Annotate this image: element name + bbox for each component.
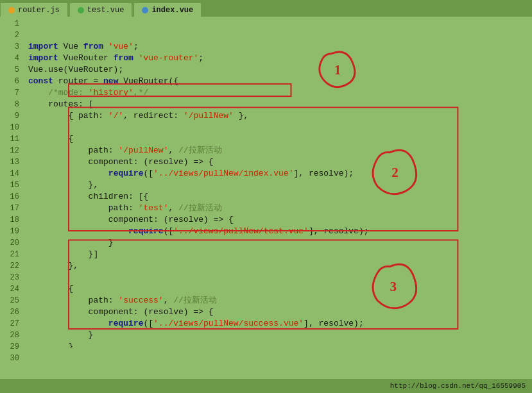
tab-index-vue[interactable]: index.vue: [133, 3, 202, 17]
code-line: [28, 122, 527, 133]
line-number: 14: [4, 168, 19, 180]
code-line: children: [{: [28, 191, 527, 203]
line-number: 26: [4, 306, 19, 318]
line-number: 18: [4, 214, 19, 226]
line-number: 30: [4, 353, 19, 364]
code-line: require(['../views/pullNew/index.vue'], …: [28, 168, 527, 180]
code-line: import Vue from 'vue';: [28, 41, 527, 53]
code-line: routes: [: [28, 99, 527, 110]
code-line: require(['../views/pullNew/test.vue'], r…: [28, 226, 527, 237]
tab-label-router: router.js: [18, 6, 60, 15]
code-line: import VueRouter from 'vue-router';: [28, 53, 527, 64]
tab-label-test: test.vue: [87, 6, 124, 15]
line-numbers: 1234567891011121314151617181920212223242…: [0, 17, 23, 348]
tab-icon-router: [8, 7, 15, 13]
code-line: }: [28, 330, 527, 341]
code-line: component: (resolve) => {: [28, 306, 527, 318]
tab-icon-index: [142, 7, 148, 13]
line-number: 7: [4, 87, 19, 99]
line-number: 13: [4, 156, 19, 168]
line-number: 15: [4, 180, 19, 191]
code-line: component: (resolve) => {: [28, 214, 527, 226]
line-number: 21: [4, 249, 19, 260]
tab-test-vue[interactable]: test.vue: [69, 3, 133, 17]
line-number: 11: [4, 133, 19, 145]
editor-area: 1234567891011121314151617181920212223242…: [0, 17, 532, 348]
code-line: path: 'test', //拉新活动: [28, 203, 527, 214]
line-number: 17: [4, 203, 19, 214]
code-line: [28, 272, 527, 283]
code-line: const router = new VueRouter({: [28, 76, 527, 87]
code-line: path: '/pullNew', //拉新活动: [28, 145, 527, 156]
line-number: 27: [4, 318, 19, 330]
line-number: 25: [4, 295, 19, 306]
line-number: 20: [4, 237, 19, 249]
code-line: path: 'success', //拉新活动: [28, 295, 527, 306]
line-number: 16: [4, 191, 19, 203]
line-number: 6: [4, 76, 19, 87]
line-number: 2: [4, 29, 19, 41]
code-line: component: (resolve) => {: [28, 156, 527, 168]
line-number: 28: [4, 330, 19, 341]
editor-wrapper: 1234567891011121314151617181920212223242…: [0, 17, 532, 379]
line-number: 23: [4, 272, 19, 283]
line-number: 4: [4, 53, 19, 64]
code-line: require(['../views/pullNew/success.vue']…: [28, 318, 527, 330]
line-number: 12: [4, 145, 19, 156]
tab-router-js[interactable]: router.js: [0, 3, 68, 17]
line-number: 3: [4, 41, 19, 53]
code-line: { path: '/', redirect: '/pullNew' },: [28, 110, 527, 122]
code-content[interactable]: import Vue from 'vue';import VueRouter f…: [23, 17, 532, 348]
code-line: Vue.use(VueRouter);: [28, 64, 527, 76]
code-line: {: [28, 133, 527, 145]
line-number: 8: [4, 99, 19, 110]
status-url: http://blog.csdn.net/qq_16559905: [390, 382, 526, 390]
code-line: },: [28, 180, 527, 191]
code-line: }]: [28, 249, 527, 260]
code-line: }: [28, 341, 527, 348]
line-number: 22: [4, 260, 19, 272]
line-number: 1: [4, 18, 19, 29]
tab-label-index: index.vue: [151, 6, 193, 15]
tab-icon-test: [78, 7, 84, 13]
code-line: }: [28, 237, 527, 249]
line-number: 10: [4, 122, 19, 133]
status-bar: http://blog.csdn.net/qq_16559905: [0, 379, 532, 393]
line-number: 24: [4, 283, 19, 295]
code-line: },: [28, 260, 527, 272]
line-number: 5: [4, 64, 19, 76]
code-line: /*mode: 'history',*/: [28, 87, 527, 99]
code-line: {: [28, 283, 527, 295]
tab-bar: router.js test.vue index.vue: [0, 0, 532, 17]
line-number: 29: [4, 341, 19, 353]
line-number: 9: [4, 110, 19, 122]
line-number: 19: [4, 226, 19, 237]
